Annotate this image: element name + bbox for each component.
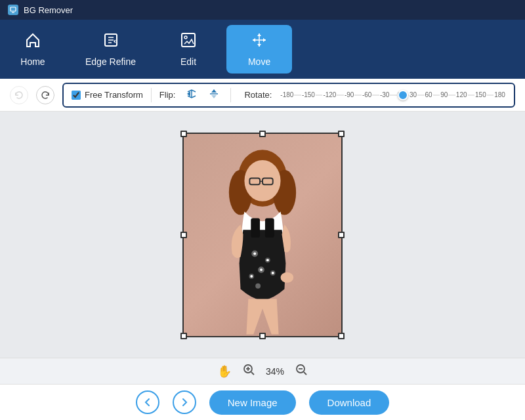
free-transform-label: Free Transform — [85, 90, 143, 100]
svg-rect-18 — [251, 218, 260, 238]
svg-point-30 — [272, 272, 274, 274]
new-image-button[interactable]: New Image — [209, 390, 296, 415]
nav-edit[interactable]: Edit — [156, 20, 221, 79]
rotate-slider-thumb[interactable] — [398, 90, 408, 100]
image-placeholder — [184, 134, 341, 336]
tick-150: 150 — [474, 91, 487, 98]
svg-marker-7 — [187, 91, 190, 96]
nav-edit-label: Edit — [180, 56, 196, 67]
status-bar: ✋ 34% — [0, 358, 525, 384]
next-button[interactable] — [173, 390, 196, 414]
zoom-value: 34% — [266, 366, 284, 377]
flip-label: Flip: — [159, 90, 176, 100]
svg-line-35 — [251, 372, 254, 375]
tick-neg120: -120 — [322, 91, 337, 98]
free-transform-section: Free Transform Flip: — [62, 83, 515, 108]
tick-90: 90 — [440, 91, 448, 98]
nav-home-label: Home — [20, 56, 45, 67]
free-transform-checkbox[interactable] — [72, 91, 81, 100]
svg-point-29 — [250, 274, 253, 277]
handle-middle-right[interactable] — [338, 232, 345, 238]
rotate-scale[interactable]: -180 -150 -120 -90 -60 -30 0 30 60 90 12… — [280, 87, 506, 103]
nav-move-label: Move — [248, 56, 270, 67]
tick-neg30: -30 — [379, 91, 390, 98]
svg-point-27 — [266, 259, 269, 261]
redo-button[interactable] — [36, 86, 54, 104]
svg-rect-19 — [265, 218, 274, 238]
image-container[interactable] — [182, 133, 343, 337]
free-transform-checkbox-label[interactable]: Free Transform — [72, 90, 143, 100]
undo-button[interactable] — [10, 86, 28, 104]
app-icon — [8, 5, 18, 15]
flip-horizontal-button[interactable] — [183, 87, 200, 104]
svg-marker-8 — [211, 89, 217, 93]
nav-bar: Home Edge Refine Edit — [0, 20, 525, 79]
handle-top-right[interactable] — [338, 131, 345, 137]
edit-icon — [180, 32, 197, 52]
prev-button[interactable] — [136, 390, 159, 414]
person-svg — [184, 134, 341, 336]
tick-120: 120 — [455, 91, 468, 98]
handle-bottom-left[interactable] — [180, 333, 187, 339]
title-bar: BG Remover — [0, 0, 525, 20]
divider-1 — [151, 88, 152, 102]
zoom-out-button[interactable] — [295, 363, 308, 379]
svg-point-28 — [260, 268, 262, 271]
handle-bottom-right[interactable] — [338, 333, 345, 339]
hand-tool-icon[interactable]: ✋ — [217, 364, 232, 379]
svg-rect-0 — [10, 7, 16, 11]
tick-neg150: -150 — [301, 91, 316, 98]
svg-rect-3 — [182, 33, 195, 47]
app-title: BG Remover — [24, 5, 73, 15]
flip-vertical-button[interactable] — [205, 87, 222, 104]
handle-bottom-middle[interactable] — [259, 333, 266, 339]
zoom-in-button[interactable] — [242, 363, 255, 379]
divider-2 — [230, 88, 231, 102]
tick-neg60: -60 — [362, 91, 372, 98]
handle-middle-left[interactable] — [180, 232, 187, 238]
move-icon — [251, 32, 268, 52]
tick-180: 180 — [494, 91, 506, 98]
rotate-label: Rotate: — [244, 90, 272, 100]
toolbar: Free Transform Flip: — [0, 79, 525, 112]
handle-top-left[interactable] — [180, 131, 187, 137]
svg-line-38 — [304, 372, 306, 375]
nav-edge-label: Edge Refine — [85, 56, 136, 67]
nav-move[interactable]: Move — [226, 25, 292, 74]
svg-point-26 — [253, 252, 256, 255]
handle-top-middle[interactable] — [259, 131, 266, 137]
svg-point-31 — [281, 272, 294, 283]
svg-marker-9 — [211, 95, 217, 98]
nav-edge-refine[interactable]: Edge Refine — [66, 20, 156, 79]
svg-point-4 — [184, 36, 187, 39]
nav-home[interactable]: Home — [0, 20, 66, 79]
home-icon — [24, 32, 41, 52]
canvas-area — [0, 112, 525, 358]
svg-point-25 — [255, 283, 261, 288]
edge-refine-icon — [102, 32, 119, 52]
download-button[interactable]: Download — [309, 390, 390, 415]
tick-30: 30 — [409, 91, 417, 98]
rotate-ticks: -180 -150 -120 -90 -60 -30 0 30 60 90 12… — [280, 91, 506, 98]
footer: New Image Download — [0, 384, 525, 420]
tick-60: 60 — [425, 91, 433, 98]
tick-neg90: -90 — [344, 91, 354, 98]
tick-neg180: -180 — [280, 91, 294, 98]
